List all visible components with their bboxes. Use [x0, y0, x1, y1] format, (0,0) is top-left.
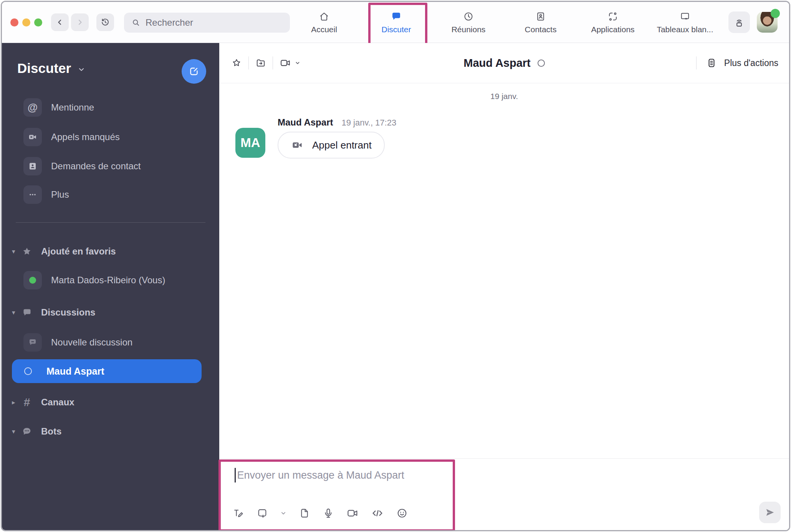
microphone-button[interactable] [322, 507, 334, 519]
search-placeholder: Rechercher [146, 17, 193, 28]
presence-online-icon [23, 271, 42, 289]
microphone-icon [322, 507, 334, 519]
send-button[interactable] [759, 502, 781, 523]
search-icon [131, 18, 141, 28]
message-sender: Maud Aspart [278, 117, 333, 128]
tab-applications[interactable]: Applications [577, 2, 649, 43]
minimize-button[interactable] [22, 18, 30, 26]
sidebar-item-marta[interactable]: Marta Dados-Ribeiro (Vous) [23, 271, 165, 289]
user-avatar[interactable] [757, 12, 778, 33]
incoming-video-call-icon [291, 139, 304, 152]
emoji-button[interactable] [396, 507, 408, 519]
expand-arrow-icon[interactable]: ▸ [12, 398, 20, 406]
sidebar-item-contact-requests[interactable]: Demandes de contact [23, 157, 141, 175]
call-chip-label: Appel entrant [312, 139, 372, 151]
collapse-arrow-icon[interactable]: ▾ [12, 309, 20, 317]
sidebar-item-label: Appels manqués [51, 132, 120, 142]
chat-bubble-icon [391, 11, 402, 22]
close-button[interactable] [10, 18, 18, 26]
window-controls [10, 18, 42, 26]
chevron-left-icon [55, 18, 65, 27]
screenshot-icon [256, 507, 268, 519]
sidebar-item-more[interactable]: Plus [23, 185, 69, 204]
forward-button[interactable] [71, 13, 89, 31]
chat-bubble-icon [23, 333, 42, 352]
new-chat-button[interactable] [182, 59, 206, 84]
format-text-icon [232, 507, 245, 519]
section-channels[interactable]: ▸ # Canaux [12, 395, 74, 409]
divider [696, 56, 697, 69]
chevron-down-icon [77, 65, 86, 74]
contact-request-icon [23, 157, 42, 175]
file-button[interactable] [298, 507, 311, 519]
tab-label: Tableaux blan... [657, 25, 713, 34]
tab-accueil[interactable]: Accueil [288, 2, 360, 43]
tab-label: Accueil [311, 25, 337, 34]
send-icon [764, 507, 776, 518]
chat-bubble-icon [21, 307, 33, 318]
video-message-button[interactable] [346, 507, 359, 520]
message-row: MA Maud Aspart 19 janv., 17:23 Appel ent… [235, 117, 396, 159]
screenshot-button[interactable] [256, 507, 268, 519]
maximize-button[interactable] [34, 18, 42, 26]
search-input[interactable]: Rechercher [124, 13, 290, 33]
section-discussions[interactable]: ▾ Discussions [12, 306, 95, 319]
more-actions-button[interactable]: Plus d'actions [696, 43, 778, 83]
incoming-call-chip[interactable]: Appel entrant [278, 132, 385, 159]
back-button[interactable] [51, 13, 69, 31]
collapse-arrow-icon[interactable]: ▾ [12, 248, 20, 256]
sidebar-item-label: Demandes de contact [51, 161, 141, 172]
chat-header: Maud Aspart Plus d'actions [219, 43, 789, 83]
avatar[interactable]: MA [235, 128, 265, 158]
status-ring-icon [538, 59, 545, 67]
composer-toolbar [232, 506, 408, 520]
emoji-icon [396, 507, 408, 519]
code-icon [371, 506, 384, 520]
message-input[interactable]: Envoyer un message à Maud Aspart [235, 468, 404, 482]
attach-options-button[interactable] [280, 510, 287, 517]
section-favorites[interactable]: ▾ Ajouté en favoris [12, 245, 116, 258]
topbar-right [728, 2, 778, 43]
section-header-label: Canaux [41, 397, 74, 408]
more-actions-label: Plus d'actions [724, 58, 778, 68]
sidebar-item-label: Marta Dados-Ribeiro (Vous) [51, 275, 165, 286]
message-timestamp: 19 janv., 17:23 [341, 118, 396, 128]
tab-label: Contacts [525, 25, 557, 34]
message-composer: Envoyer un message à Maud Aspart [219, 458, 789, 530]
list-icon [706, 57, 717, 69]
tab-reunions[interactable]: Réunions [432, 2, 505, 43]
share-to-device-icon [733, 16, 745, 28]
sidebar-item-mentions[interactable]: @ Mentionne [23, 98, 94, 117]
chat-panel: Maud Aspart Plus d'actions 19 janv. MA M… [219, 43, 789, 530]
tab-discuter[interactable]: Discuter [360, 2, 432, 43]
sidebar-item-maud-aspart-selected[interactable]: Maud Aspart [12, 359, 202, 383]
sidebar-item-missed-calls[interactable]: Appels manqués [23, 128, 120, 146]
file-icon [298, 507, 311, 519]
sidebar: Discuter @ Mentionne Appels manqués Dema… [2, 43, 219, 530]
tab-contacts[interactable]: Contacts [505, 2, 577, 43]
sidebar-title[interactable]: Discuter [17, 61, 86, 76]
collapse-arrow-icon[interactable]: ▾ [12, 428, 20, 436]
code-snippet-button[interactable] [371, 506, 384, 520]
bot-bubble-icon [21, 426, 33, 437]
ellipsis-icon [23, 185, 42, 204]
chevron-down-icon [280, 510, 287, 517]
section-header-label: Ajouté en favoris [41, 246, 116, 257]
presence-dot [771, 9, 780, 18]
sidebar-item-nouvelle-discussion[interactable]: Nouvelle discussion [23, 333, 132, 352]
format-text-button[interactable] [232, 507, 245, 519]
chat-body: 19 janv. MA Maud Aspart 19 janv., 17:23 … [219, 83, 789, 458]
status-ring-icon [24, 367, 32, 375]
sidebar-divider [16, 222, 205, 223]
history-button[interactable] [96, 13, 114, 31]
date-separator: 19 janv. [219, 92, 789, 101]
at-sign-icon: @ [23, 98, 42, 117]
star-icon [21, 246, 33, 257]
share-to-device-button[interactable] [728, 12, 750, 33]
section-bots[interactable]: ▾ Bots [12, 425, 61, 438]
apps-icon [607, 11, 619, 22]
text-cursor [235, 468, 236, 482]
tab-tableaux-blancs[interactable]: Tableaux blan... [649, 2, 721, 43]
sidebar-item-label: Nouvelle discussion [51, 337, 132, 348]
video-icon [346, 507, 359, 520]
